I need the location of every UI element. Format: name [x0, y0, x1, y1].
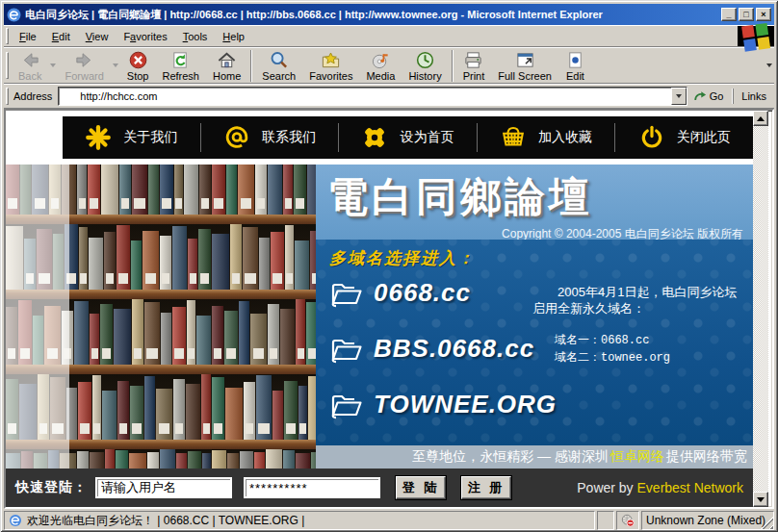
- print-button[interactable]: Print: [456, 48, 492, 83]
- quick-login-bar: 快速登陆： 登 陆 注 册 Power by Everbest Network: [6, 469, 753, 507]
- toolbar-overflow-chevron[interactable]: [765, 48, 774, 83]
- toolbar-button-label: Favorites: [309, 70, 352, 82]
- domain-link-0668.cc[interactable]: 0668.cc: [329, 278, 471, 308]
- nav-item-5[interactable]: 关闭此页: [615, 124, 753, 151]
- status-message-panel: 欢迎光临电白同乡论坛！ | 0668.CC | TOWNEE.ORG |: [4, 511, 595, 530]
- domain-list: 域名一：0668.cc域名二：townee.org: [555, 332, 670, 367]
- forward-dropdown-chevron[interactable]: [111, 48, 120, 83]
- menu-edit[interactable]: Edit: [44, 28, 78, 45]
- book-label-sticker: [174, 348, 184, 359]
- book-label-sticker: [214, 348, 221, 359]
- book-label-sticker: [258, 423, 269, 434]
- book-label-sticker: [175, 423, 183, 434]
- full-screen-button[interactable]: Full Screen: [491, 48, 558, 83]
- book-spine: [285, 225, 294, 290]
- browser-window: 电白同乡论坛 | 電白同鄉論壇 | http://0668.cc | http:…: [0, 0, 778, 532]
- back-button[interactable]: Back: [12, 48, 48, 83]
- domain-link-bbs.0668.cc[interactable]: BBS.0668.cc: [329, 334, 534, 364]
- edit-button[interactable]: Edit: [558, 48, 592, 83]
- book-label-sticker: [253, 348, 265, 359]
- refresh-button[interactable]: Refresh: [155, 48, 206, 83]
- nav-item-4[interactable]: 加入收藏: [478, 124, 615, 151]
- home-button[interactable]: Home: [206, 48, 247, 83]
- address-field: [58, 87, 687, 106]
- sponsor-link[interactable]: 恒卓网络: [610, 448, 664, 466]
- book-label-sticker: [272, 273, 282, 284]
- quick-login-label: 快速登陆：: [15, 479, 88, 496]
- toolbar-grab-handle[interactable]: [6, 88, 9, 106]
- book-spine: [104, 232, 116, 290]
- book-spine: [101, 165, 118, 215]
- book-spine: [239, 301, 249, 365]
- domain-link-townee.org[interactable]: TOWNEE.ORG: [329, 390, 557, 419]
- go-button[interactable]: Go: [687, 88, 730, 105]
- book-label-sticker: [200, 273, 209, 284]
- menu-favorites[interactable]: Favorites: [116, 28, 174, 45]
- menu-view[interactable]: View: [78, 28, 117, 45]
- nav-item-2[interactable]: 联系我们: [201, 124, 339, 151]
- history-button[interactable]: History: [402, 48, 448, 83]
- book-label-sticker: [80, 423, 90, 434]
- status-security-panel: [616, 511, 639, 530]
- stop-button[interactable]: Stop: [120, 48, 156, 83]
- minimize-button[interactable]: _: [721, 8, 737, 21]
- book-spine: [212, 165, 225, 215]
- book-label-sticker: [308, 348, 316, 359]
- address-dropdown-button[interactable]: [671, 88, 687, 105]
- book-spine: [311, 452, 316, 469]
- scroll-down-button[interactable]: [753, 492, 768, 507]
- toolbar-button-label: History: [408, 70, 441, 82]
- menu-tools[interactable]: Tools: [175, 28, 216, 45]
- book-spine: [132, 299, 143, 365]
- menu-help[interactable]: Help: [215, 28, 252, 45]
- login-button[interactable]: 登 陆: [396, 476, 446, 499]
- book-spine: [172, 307, 186, 365]
- book-spine: [256, 375, 272, 440]
- standard-toolbar: BackForwardStopRefreshHomeSearchFavorite…: [4, 47, 774, 84]
- basket-icon: [500, 124, 527, 151]
- menu-file[interactable]: File: [12, 28, 44, 45]
- book-spine: [74, 301, 89, 365]
- book-spine: [176, 453, 187, 469]
- back-dropdown-chevron[interactable]: [48, 48, 58, 83]
- book-label-sticker: [188, 348, 194, 359]
- power-by: Power by Everbest Network: [511, 480, 753, 495]
- search-button[interactable]: Search: [255, 48, 302, 83]
- scroll-up-button[interactable]: [753, 111, 768, 126]
- domain-name: TOWNEE.ORG: [374, 390, 557, 419]
- book-spine: [160, 165, 173, 215]
- username-input[interactable]: [95, 477, 232, 498]
- book-label-sticker: [93, 423, 99, 434]
- nav-item-3[interactable]: 设为首页: [339, 124, 477, 151]
- toolbar-button-label: Media: [366, 70, 395, 82]
- book-label-sticker: [246, 423, 253, 434]
- book-spine: [244, 382, 255, 440]
- nav-item-1[interactable]: 关于我们: [63, 124, 200, 151]
- toolbar-separator: [250, 50, 252, 82]
- toolbar-grab-handle[interactable]: [6, 28, 9, 43]
- password-input[interactable]: [244, 477, 380, 498]
- toolbar-button-label: Refresh: [162, 70, 199, 82]
- toolbar-grab-handle[interactable]: [6, 52, 9, 79]
- book-spine: [307, 165, 316, 215]
- links-label[interactable]: Links: [733, 89, 774, 105]
- site-body: 多域名选择进入： 0668.ccBBS.0668.ccTOWNEE.ORG 20…: [316, 240, 753, 445]
- refresh-icon: [170, 50, 191, 70]
- book-spine: [89, 238, 103, 290]
- domain-list-line: 域名二：townee.org: [555, 349, 670, 367]
- forward-button[interactable]: Forward: [58, 48, 110, 83]
- book-spine: [199, 165, 211, 215]
- register-button[interactable]: 注 册: [461, 476, 511, 499]
- media-button[interactable]: Media: [359, 48, 402, 83]
- book-spine: [88, 165, 100, 215]
- favorites-button[interactable]: Favorites: [302, 48, 359, 83]
- everbest-link[interactable]: Everbest Network: [637, 480, 743, 495]
- address-bar: Address Go Links: [4, 84, 774, 109]
- address-input[interactable]: [59, 90, 670, 102]
- book-spine: [147, 452, 159, 469]
- vertical-scrollbar[interactable]: [753, 111, 768, 507]
- book-spine: [212, 377, 224, 440]
- book-label-sticker: [232, 273, 240, 284]
- book-spine: [212, 450, 226, 469]
- title-bar[interactable]: 电白同乡论坛 | 電白同鄉論壇 | http://0668.cc | http:…: [4, 4, 774, 25]
